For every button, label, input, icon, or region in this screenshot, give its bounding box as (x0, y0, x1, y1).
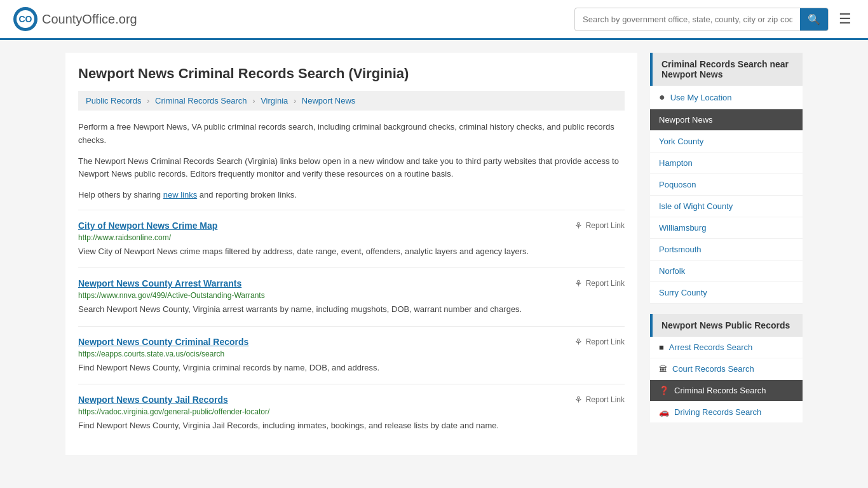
breadcrumb: Public Records › Criminal Records Search… (78, 91, 625, 111)
report-link-label: Report Link (586, 395, 625, 404)
record-header: Newport News County Jail Records ⚘ Repor… (78, 395, 625, 405)
record-description: Find Newport News County, Virginia crimi… (78, 362, 625, 374)
sidebar-item-location[interactable]: Norfolk (650, 261, 803, 282)
public-record-link[interactable]: Court Records Search (672, 364, 754, 374)
header-right: 🔍 ☰ (574, 7, 855, 31)
sidebar-item-public-record[interactable]: ❓Criminal Records Search (650, 380, 803, 402)
report-icon: ⚘ (574, 220, 583, 231)
sidebar-item-location[interactable]: Williamsburg (650, 217, 803, 239)
record-description: View City of Newport News crime maps fil… (78, 245, 625, 258)
record-title-link[interactable]: Newport News County Criminal Records (78, 337, 248, 347)
record-header: Newport News County Arrest Warrants ⚘ Re… (78, 278, 625, 288)
record-entry: Newport News County Arrest Warrants ⚘ Re… (78, 268, 625, 326)
main-container: Newport News Criminal Records Search (Vi… (53, 40, 815, 468)
report-icon: ⚘ (574, 395, 583, 405)
sidebar-item-public-record[interactable]: ■Arrest Records Search (650, 337, 803, 358)
sidebar: Criminal Records Search near Newport New… (650, 53, 803, 455)
nearby-section: Criminal Records Search near Newport New… (650, 53, 803, 304)
search-button[interactable]: 🔍 (800, 8, 828, 30)
content-area: Newport News Criminal Records Search (Vi… (65, 53, 637, 455)
breadcrumb-virginia[interactable]: Virginia (261, 96, 288, 105)
report-link-label: Report Link (586, 337, 625, 346)
logo-text: CountyOffice.org (42, 12, 137, 27)
page-title: Newport News Criminal Records Search (Vi… (78, 65, 625, 82)
record-header: Newport News County Criminal Records ⚘ R… (78, 337, 625, 347)
record-url: https://eapps.courts.state.va.us/ocis/se… (78, 349, 625, 358)
public-records-list: ■Arrest Records Search🏛Court Records Sea… (650, 337, 803, 423)
record-header: City of Newport News Crime Map ⚘ Report … (78, 220, 625, 231)
record-url: https://vadoc.virginia.gov/general-publi… (78, 407, 625, 416)
report-link-button[interactable]: ⚘ Report Link (574, 337, 625, 347)
location-pin-icon: ● (659, 92, 665, 103)
report-link-button[interactable]: ⚘ Report Link (574, 278, 625, 288)
nearby-section-title: Criminal Records Search near Newport New… (650, 53, 803, 86)
record-entry: Newport News County Criminal Records ⚘ R… (78, 326, 625, 384)
sidebar-item-location[interactable]: Poquoson (650, 174, 803, 196)
location-label: Newport News (659, 115, 713, 125)
location-link[interactable]: Hampton (659, 158, 693, 168)
exclamation-icon: ❓ (659, 386, 669, 395)
report-link-button[interactable]: ⚘ Report Link (574, 220, 625, 231)
record-description: Find Newport News County, Virginia Jail … (78, 419, 625, 432)
record-entry: City of Newport News Crime Map ⚘ Report … (78, 210, 625, 268)
record-url: https://www.nnva.gov/499/Active-Outstand… (78, 291, 625, 300)
car-icon: 🚗 (659, 407, 669, 417)
record-title-link[interactable]: Newport News County Jail Records (78, 395, 228, 405)
description-2: The Newport News Criminal Records Search… (78, 155, 625, 182)
location-link[interactable]: Isle of Wight County (659, 201, 733, 211)
record-description: Search Newport News County, Virginia arr… (78, 303, 625, 316)
nearby-locations-list: Newport NewsYork CountyHamptonPoquosonIs… (650, 109, 803, 304)
logo-area[interactable]: CO CountyOffice.org (13, 6, 137, 32)
search-bar: 🔍 (574, 8, 829, 31)
report-link-label: Report Link (586, 221, 625, 230)
sidebar-item-public-record[interactable]: 🚗Driving Records Search (650, 402, 803, 423)
description-3: Help others by sharing new links and rep… (78, 189, 625, 202)
location-link[interactable]: Norfolk (659, 266, 685, 276)
public-record-link[interactable]: Driving Records Search (674, 407, 761, 417)
record-title-link[interactable]: Newport News County Arrest Warrants (78, 278, 241, 288)
description-1: Perform a free Newport News, VA public c… (78, 121, 625, 147)
location-link[interactable]: Surry County (659, 288, 707, 297)
sidebar-item-public-record[interactable]: 🏛Court Records Search (650, 358, 803, 380)
sidebar-item-location[interactable]: Isle of Wight County (650, 196, 803, 217)
sidebar-item-location[interactable]: Portsmouth (650, 239, 803, 261)
sidebar-item-location[interactable]: Hampton (650, 152, 803, 174)
report-icon: ⚘ (574, 337, 583, 347)
breadcrumb-public-records[interactable]: Public Records (86, 96, 141, 105)
sidebar-item-location[interactable]: York County (650, 131, 803, 152)
report-icon: ⚘ (574, 278, 583, 288)
new-links-link[interactable]: new links (163, 190, 197, 200)
svg-text:CO: CO (19, 14, 32, 24)
use-my-location[interactable]: ● Use My Location (650, 86, 803, 109)
sidebar-item-location[interactable]: Surry County (650, 282, 803, 304)
breadcrumb-criminal-records[interactable]: Criminal Records Search (155, 96, 247, 105)
record-entry: Newport News County Jail Records ⚘ Repor… (78, 384, 625, 442)
search-input[interactable] (575, 10, 800, 29)
public-records-section-title: Newport News Public Records (650, 314, 803, 337)
bank-icon: 🏛 (659, 364, 667, 374)
report-link-label: Report Link (586, 279, 625, 288)
record-title-link[interactable]: City of Newport News Crime Map (78, 220, 217, 231)
sidebar-item-location[interactable]: Newport News (650, 109, 803, 131)
location-link[interactable]: Portsmouth (659, 245, 701, 254)
location-link[interactable]: York County (659, 137, 703, 146)
public-record-label: Criminal Records Search (674, 386, 766, 395)
public-records-section: Newport News Public Records ■Arrest Reco… (650, 314, 803, 423)
record-url: http://www.raidsonline.com/ (78, 233, 625, 242)
logo-icon: CO (13, 6, 38, 32)
location-link[interactable]: Poquoson (659, 180, 696, 189)
site-header: CO CountyOffice.org 🔍 ☰ (0, 0, 868, 40)
location-link[interactable]: Williamsburg (659, 223, 706, 233)
breadcrumb-newport-news[interactable]: Newport News (302, 96, 356, 105)
menu-icon[interactable]: ☰ (835, 7, 855, 31)
report-link-button[interactable]: ⚘ Report Link (574, 395, 625, 405)
square-icon: ■ (659, 342, 664, 352)
records-container: City of Newport News Crime Map ⚘ Report … (78, 210, 625, 442)
public-record-link[interactable]: Arrest Records Search (669, 342, 753, 352)
